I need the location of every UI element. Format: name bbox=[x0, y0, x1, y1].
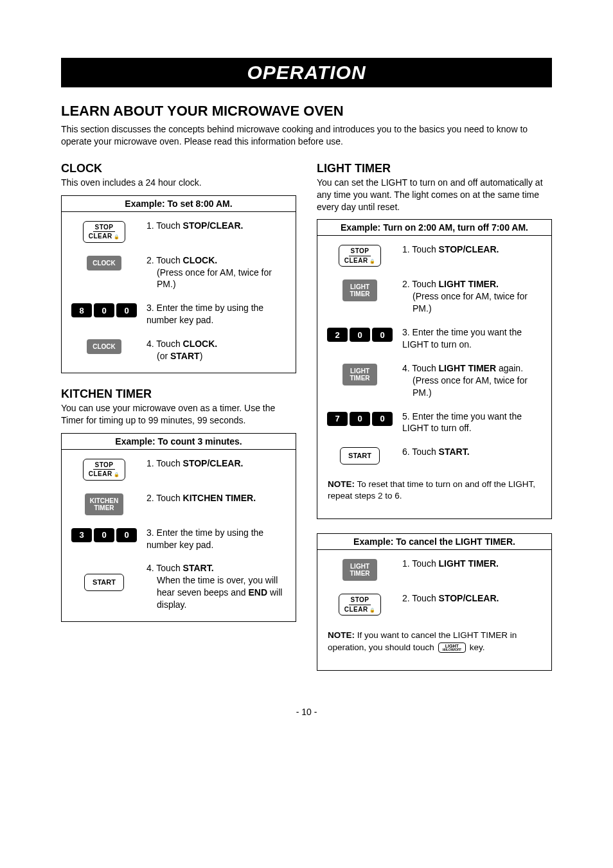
light-step-6: START 6. Touch START. bbox=[324, 446, 545, 465]
ik-line2: HI/LOW/OFF bbox=[443, 648, 461, 651]
kitchen-step-4: START 4. Touch START.When the time is ov… bbox=[68, 562, 289, 611]
clock-heading: CLOCK bbox=[61, 162, 296, 175]
stop-label: STOP bbox=[349, 247, 370, 256]
btn-line1: LIGHT bbox=[350, 368, 369, 375]
step-sub: (Press once for AM, twice for PM.) bbox=[402, 375, 545, 399]
main-heading: LEARN ABOUT YOUR MICROWAVE OVEN bbox=[61, 103, 552, 120]
step-bold: STOP/CLEAR. bbox=[183, 458, 244, 468]
clear-label: CLEAR bbox=[344, 257, 368, 265]
start-button: START bbox=[84, 574, 124, 591]
step-sub: (Press once for AM, twice for PM.) bbox=[402, 290, 545, 315]
clock-example-title: Example: To set 8:00 AM. bbox=[62, 196, 296, 212]
step-bold: START. bbox=[183, 563, 214, 573]
kitchen-timer-button: KITCHEN TIMER bbox=[85, 493, 123, 515]
step-text: 1. Touch bbox=[402, 558, 439, 569]
stop-label: STOP bbox=[93, 461, 114, 470]
lock-icon bbox=[369, 257, 376, 265]
light-desc: You can set the LIGHT to turn on and off… bbox=[317, 177, 552, 213]
light-example-title: Example: Turn on 2:00 AM, turn off 7:00 … bbox=[317, 220, 551, 236]
clock-step-2: CLOCK 2. Touch CLOCK.(Press once for AM,… bbox=[68, 254, 289, 291]
note-bold: NOTE: bbox=[328, 479, 355, 489]
page-number: - 10 - bbox=[61, 707, 552, 717]
step-sub: (or bbox=[157, 351, 170, 361]
kitchen-example-title: Example: To count 3 minutes. bbox=[62, 434, 296, 450]
numkey-0: 0 bbox=[372, 412, 393, 426]
step-bold: KITCHEN TIMER. bbox=[183, 493, 256, 503]
start-label: START bbox=[348, 452, 371, 460]
light-timer-button: LIGHT TIMER bbox=[342, 364, 377, 385]
kitchen-step-1: STOP CLEAR 1. Touch STOP/CLEAR. bbox=[68, 457, 289, 481]
step-text: 4. Touch bbox=[402, 363, 439, 373]
lock-icon bbox=[114, 470, 120, 478]
kitchen-example-box: Example: To count 3 minutes. STOP CLEAR … bbox=[61, 433, 296, 622]
kitchen-step-3: 3 0 0 3. Enter the time by using the num… bbox=[68, 527, 289, 551]
step-bold: LIGHT TIMER. bbox=[439, 279, 499, 289]
clock-button: CLOCK bbox=[87, 339, 121, 354]
numkey-0: 0 bbox=[350, 328, 370, 342]
numkey-2: 2 bbox=[327, 328, 348, 342]
lock-icon bbox=[369, 606, 376, 614]
numkey-8: 8 bbox=[71, 303, 92, 317]
step-sub: ) bbox=[200, 351, 203, 361]
clear-label: CLEAR bbox=[89, 233, 112, 240]
numkey-3: 3 bbox=[71, 528, 92, 542]
step-bold: STOP/CLEAR. bbox=[439, 593, 499, 603]
clock-step-4: CLOCK 4. Touch CLOCK.(or START) bbox=[68, 338, 289, 362]
light-example-box: Example: Turn on 2:00 AM, turn off 7:00 … bbox=[317, 219, 552, 519]
kitchen-desc: You can use your microwave oven as a tim… bbox=[61, 402, 296, 427]
light-step-2: LIGHT TIMER 2. Touch LIGHT TIMER.(Press … bbox=[324, 278, 545, 315]
btn-line1: LIGHT bbox=[350, 283, 369, 290]
clock-step-1: STOP CLEAR 1. Touch STOP/CLEAR. bbox=[68, 220, 289, 243]
cancel-example-body: LIGHT TIMER 1. Touch LIGHT TIMER. STOP C… bbox=[317, 550, 551, 669]
light-note: NOTE: To reset that time to turn on and … bbox=[324, 476, 545, 508]
step-text: 1. Touch bbox=[147, 220, 183, 231]
clock-example-box: Example: To set 8:00 AM. STOP CLEAR 1. T… bbox=[61, 195, 296, 373]
cancel-note: NOTE: If you want to cancel the LIGHT TI… bbox=[324, 627, 545, 659]
clock-button: CLOCK bbox=[87, 256, 121, 270]
step-sub-bold: START bbox=[170, 351, 200, 361]
light-heading: LIGHT TIMER bbox=[317, 162, 552, 175]
btn-line2: TIMER bbox=[350, 570, 369, 577]
step-text: again. bbox=[496, 363, 523, 373]
cancel-step-1: LIGHT TIMER 1. Touch LIGHT TIMER. bbox=[324, 558, 545, 581]
step-text: 6. Touch bbox=[402, 447, 439, 457]
light-example-body: STOP CLEAR 1. Touch STOP/CLEAR. LIGHT TI… bbox=[317, 236, 551, 518]
step-text: 3. Enter the time you want the LIGHT to … bbox=[402, 326, 545, 351]
numkey-0: 0 bbox=[350, 412, 370, 426]
stop-clear-button: STOP CLEAR bbox=[83, 459, 125, 481]
step-text: 2. Touch bbox=[402, 593, 439, 603]
btn-line2: TIMER bbox=[94, 504, 114, 511]
numkey-0: 0 bbox=[116, 528, 137, 542]
lock-icon bbox=[114, 233, 120, 240]
clear-label: CLEAR bbox=[344, 606, 368, 614]
stop-clear-button: STOP CLEAR bbox=[339, 594, 381, 616]
btn-line2: TIMER bbox=[350, 290, 369, 297]
light-step-5: 7 0 0 5. Enter the time you want the LIG… bbox=[324, 411, 545, 435]
clock-desc: This oven includes a 24 hour clock. bbox=[61, 177, 296, 189]
start-button: START bbox=[340, 447, 380, 465]
clock-example-body: STOP CLEAR 1. Touch STOP/CLEAR. CLOCK 2.… bbox=[62, 212, 296, 373]
step-bold: LIGHT TIMER. bbox=[439, 558, 499, 569]
clock-step-3: 8 0 0 3. Enter the time by using the num… bbox=[68, 302, 289, 326]
step-bold: LIGHT TIMER bbox=[439, 363, 496, 373]
stop-clear-button: STOP CLEAR bbox=[83, 221, 125, 243]
step-bold: STOP/CLEAR. bbox=[183, 220, 244, 231]
kitchen-heading: KITCHEN TIMER bbox=[61, 387, 296, 401]
light-step-1: STOP CLEAR 1. Touch STOP/CLEAR. bbox=[324, 244, 545, 267]
step-bold: START. bbox=[439, 447, 470, 457]
step-text: 2. Touch bbox=[147, 493, 183, 503]
btn-line1: KITCHEN bbox=[90, 497, 118, 504]
note-bold: NOTE: bbox=[328, 630, 355, 640]
step-bold: CLOCK. bbox=[183, 255, 218, 265]
step-text: 2. Touch bbox=[147, 255, 183, 265]
right-column: LIGHT TIMER You can set the LIGHT to tur… bbox=[317, 162, 552, 685]
step-sub-bold: END bbox=[248, 587, 267, 598]
note-text: To reset that time to turn on and off th… bbox=[328, 479, 535, 500]
cancel-step-2: STOP CLEAR 2. Touch STOP/CLEAR. bbox=[324, 592, 545, 616]
light-step-4: LIGHT TIMER 4. Touch LIGHT TIMER again.(… bbox=[324, 362, 545, 399]
stop-clear-button: STOP CLEAR bbox=[339, 245, 381, 267]
numkey-0: 0 bbox=[94, 303, 114, 317]
intro-text: This section discusses the concepts behi… bbox=[61, 123, 552, 148]
step-text: 3. Enter the time by using the number ke… bbox=[147, 527, 289, 551]
step-bold: STOP/CLEAR. bbox=[439, 244, 499, 254]
